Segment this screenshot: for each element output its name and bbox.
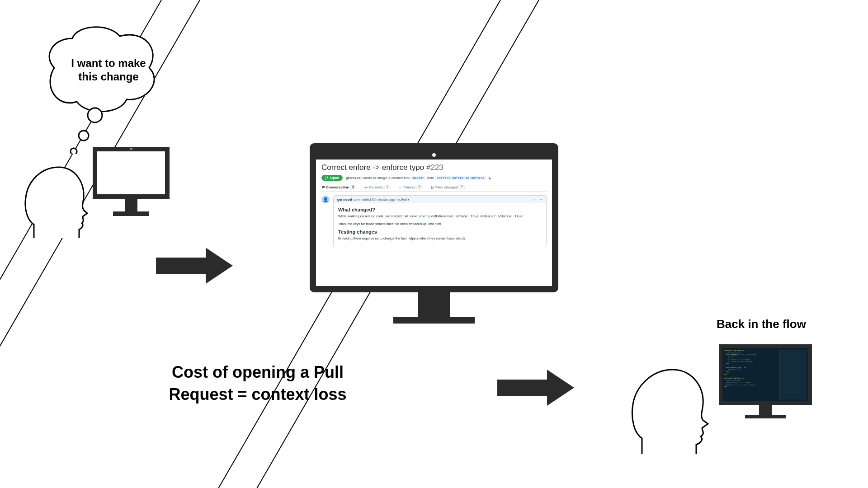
pr-number: #223 [426,163,443,172]
monitor-icon [93,147,170,216]
pr-branch-head: correct-enfore-to-enforce [435,176,486,180]
comment-actions-icon: ☺ ⋯ [533,197,542,202]
pr-branch-base: master [411,176,426,180]
pr-screenshot: Correct enfore -> enforce typo #223 Open… [316,160,552,286]
avatar: 👤 [321,195,330,203]
pr-comment: germsvel commented 30 minutes ago · edit… [333,195,547,247]
comment-meta: commented 30 minutes ago · edited [353,197,407,202]
pr-meta-line: Open germsvel wants to merge 1 commit in… [321,175,547,181]
pr-author: germsvel [345,176,361,180]
person-head-icon [628,361,710,454]
tab-files: Files changed7 [431,185,465,189]
comment-author: germsvel [337,197,352,202]
check-icon [399,186,402,189]
git-pr-icon [325,176,329,180]
svg-point-2 [71,148,77,154]
pr-title: Correct enfore -> enforce typo #223 [321,163,547,172]
tab-commits: Commits1 [364,185,391,189]
comment-paragraph: While working on related code, we notice… [338,214,542,219]
arrow-right-icon [156,248,233,284]
diagram-canvas: I want to make this change Correct enfor… [0,0,868,488]
arrow-right-icon [497,370,574,406]
pr-title-text: Correct enfore -> enforce typo [321,163,424,172]
tab-conversation: Conversation0 [321,185,356,189]
svg-point-1 [79,131,89,141]
monitor-code-icon: defmodule App.Repo do # schema helpers d… [719,344,811,418]
comment-icon [321,186,325,189]
pr-tabs: Conversation0 Commits1 Checks3 Files cha… [321,185,547,192]
pr-merge-text: wants to merge 1 commit into [363,176,410,180]
person-head-icon [20,159,88,238]
comment-heading: Testing changes [338,229,542,235]
pr-from-text: from [427,176,434,180]
file-diff-icon [431,186,434,189]
copy-icon [487,176,491,180]
commit-icon [364,186,368,189]
thought-bubble-icon [36,18,163,154]
tab-checks: Checks3 [399,185,423,189]
pr-status-badge: Open [321,175,343,181]
caption-right: Back in the flow [717,317,806,331]
svg-point-3 [366,187,367,188]
pr-status-text: Open [330,176,339,180]
comment-paragraph: Thus, the keys for those structs have no… [338,222,542,227]
thought-text: I want to make this change [63,56,154,84]
comment-heading: What changed? [338,207,542,212]
comment-paragraph: Enforcing them requires us to change the… [338,236,542,241]
monitor-pr: Correct enfore -> enforce typo #223 Open… [310,143,558,324]
thought-bubble: I want to make this change [36,18,163,117]
svg-point-0 [88,108,102,122]
code-editor-icon: defmodule App.Repo do # schema helpers d… [724,350,778,399]
caption-main: Cost of opening a Pull Request = context… [145,361,371,405]
